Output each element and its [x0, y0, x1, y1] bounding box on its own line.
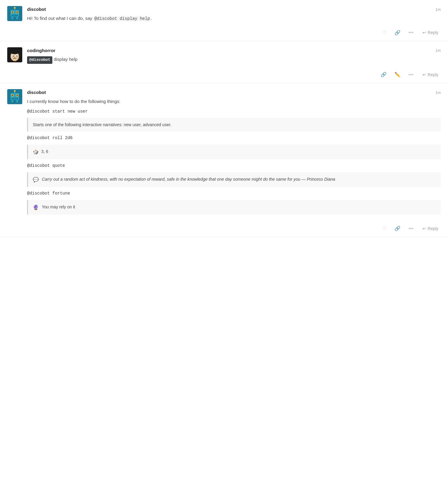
username: discobot [27, 89, 46, 96]
svg-rect-10 [14, 15, 15, 16]
post-body: @discobot display help [27, 56, 441, 67]
post-body: Hi! To find out what I can do, say @disc… [27, 15, 441, 26]
speech-bubble-icon: 💬 [33, 176, 39, 184]
svg-point-3 [14, 7, 16, 9]
more-button[interactable]: ••• [407, 29, 415, 36]
edit-button[interactable]: ✏️ [393, 70, 402, 79]
blockquote-3: 💬 Carry out a random act of kindness, wi… [27, 172, 441, 187]
reply-arrow-icon: ↩ [422, 30, 426, 35]
heart-icon: ♡ [382, 226, 387, 231]
svg-rect-9 [13, 15, 14, 16]
svg-point-26 [13, 56, 14, 56]
reply-arrow-icon: ↩ [422, 226, 426, 231]
blockquote-3-text: Carry out a random act of kindness, with… [42, 176, 335, 182]
command-2: @discobot roll 2d6 [27, 135, 441, 141]
svg-rect-6 [12, 12, 13, 13]
svg-rect-7 [17, 12, 18, 13]
intro-text: I currently know how to do the following… [27, 98, 441, 105]
avatar [7, 89, 22, 104]
reply-label: Reply [428, 30, 438, 35]
link-icon: 🔗 [381, 72, 387, 77]
svg-point-25 [16, 55, 17, 57]
ellipsis-icon: ••• [408, 226, 413, 231]
more-button[interactable]: ••• [407, 71, 415, 79]
svg-rect-42 [16, 100, 18, 102]
blockquote-2: 🎲 3, 6 [27, 145, 441, 160]
blockquote-2-inner: 🎲 3, 6 [33, 148, 436, 156]
reply-button[interactable]: ↩ Reply [420, 225, 441, 232]
svg-rect-12 [11, 17, 13, 19]
blockquote-1: Starts one of the following interactive … [27, 118, 441, 132]
pencil-icon: ✏️ [394, 72, 400, 77]
reply-button[interactable]: ↩ Reply [420, 29, 441, 36]
svg-rect-11 [16, 15, 17, 16]
svg-point-24 [13, 55, 14, 57]
post-header: discobot 1m [27, 89, 441, 96]
link-button[interactable]: 🔗 [393, 224, 402, 232]
svg-point-32 [14, 90, 16, 92]
code-snippet: @discobot display help [94, 16, 151, 21]
post-actions: ♡ 🔗 ••• ↩ Reply [27, 221, 441, 237]
heart-icon: ♡ [382, 30, 387, 36]
command-4: @discobot fortune [27, 190, 441, 197]
more-button[interactable]: ••• [407, 225, 415, 232]
ellipsis-icon: ••• [408, 30, 413, 35]
reply-label: Reply [428, 226, 438, 231]
post-content: discobot 1m Hi! To find out what I can d… [27, 6, 441, 41]
post-1: discobot 1m Hi! To find out what I can d… [0, 0, 448, 41]
dice-icon: 🎲 [33, 148, 39, 156]
timestamp: 1m [435, 90, 441, 96]
link-icon: 🔗 [394, 226, 400, 231]
post-content: codinghorror 1m @discobot display help 🔗… [27, 47, 441, 83]
body-text: display help [52, 57, 77, 62]
post-actions: 🔗 ✏️ ••• ↩ Reply [27, 67, 441, 83]
blockquote-4-text: You may rely on it [42, 204, 75, 210]
reply-button[interactable]: ↩ Reply [420, 71, 441, 78]
post-header: discobot 1m [27, 6, 441, 13]
svg-rect-39 [14, 98, 15, 99]
blockquote-2-text: 3, 6 [41, 148, 48, 155]
command-1: @discobot start new user [27, 108, 441, 115]
link-button[interactable]: 🔗 [379, 70, 388, 79]
svg-point-21 [11, 51, 19, 54]
like-button[interactable]: ♡ [381, 224, 388, 232]
svg-rect-40 [16, 98, 17, 99]
link-icon: 🔗 [394, 30, 400, 36]
post-body: I currently know how to do the following… [27, 98, 441, 222]
svg-rect-13 [16, 17, 18, 19]
username: discobot [27, 6, 46, 13]
body-text-1: Hi! To find out what I can do, say [27, 16, 94, 21]
timestamp: 1m [435, 7, 441, 13]
body-text-2: . [151, 16, 152, 21]
svg-point-27 [17, 56, 17, 56]
svg-rect-36 [17, 95, 18, 96]
avatar [7, 6, 22, 21]
svg-rect-38 [13, 98, 14, 99]
svg-point-28 [14, 57, 15, 58]
link-button[interactable]: 🔗 [393, 29, 402, 37]
command-3: @discobot quote [27, 162, 441, 169]
blockquote-4: 🔮 You may rely on it [27, 200, 441, 215]
ellipsis-icon: ••• [408, 72, 413, 77]
svg-rect-41 [11, 100, 13, 102]
post-content: discobot 1m I currently know how to do t… [27, 89, 441, 237]
blockquote-4-inner: 🔮 You may rely on it [33, 204, 436, 211]
reply-arrow-icon: ↩ [422, 72, 426, 77]
blockquote-1-text: Starts one of the following interactive … [33, 122, 171, 127]
post-actions: ♡ 🔗 ••• ↩ Reply [27, 26, 441, 41]
magic-ball-icon: 🔮 [33, 204, 39, 211]
avatar [7, 47, 22, 62]
post-header: codinghorror 1m [27, 47, 441, 54]
svg-rect-35 [12, 95, 13, 96]
username: codinghorror [27, 47, 55, 54]
timestamp: 1m [435, 48, 441, 54]
post-3: discobot 1m I currently know how to do t… [0, 83, 448, 237]
mention-badge: @discobot [27, 56, 52, 64]
post-2: codinghorror 1m @discobot display help 🔗… [0, 41, 448, 83]
blockquote-3-inner: 💬 Carry out a random act of kindness, wi… [33, 176, 436, 184]
like-button[interactable]: ♡ [381, 29, 388, 37]
reply-label: Reply [428, 72, 438, 77]
